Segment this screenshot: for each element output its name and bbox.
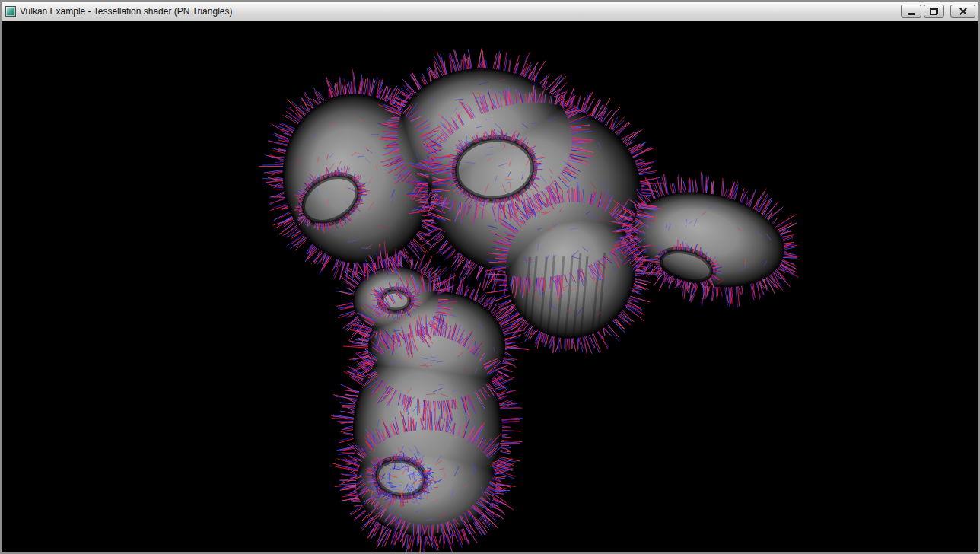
window-title: Vulkan Example - Tessellation shader (PN… <box>20 6 892 17</box>
maximize-button[interactable] <box>924 5 944 18</box>
close-icon <box>959 7 968 16</box>
window-controls <box>899 5 975 18</box>
minimize-button[interactable] <box>901 5 921 18</box>
minimize-icon <box>908 13 915 15</box>
restore-icon <box>930 8 938 15</box>
app-icon <box>5 6 16 17</box>
titlebar[interactable]: Vulkan Example - Tessellation shader (PN… <box>2 2 978 21</box>
vulkan-render-viewport[interactable] <box>2 21 978 552</box>
app-window: Vulkan Example - Tessellation shader (PN… <box>0 0 980 554</box>
close-button[interactable] <box>950 5 975 18</box>
